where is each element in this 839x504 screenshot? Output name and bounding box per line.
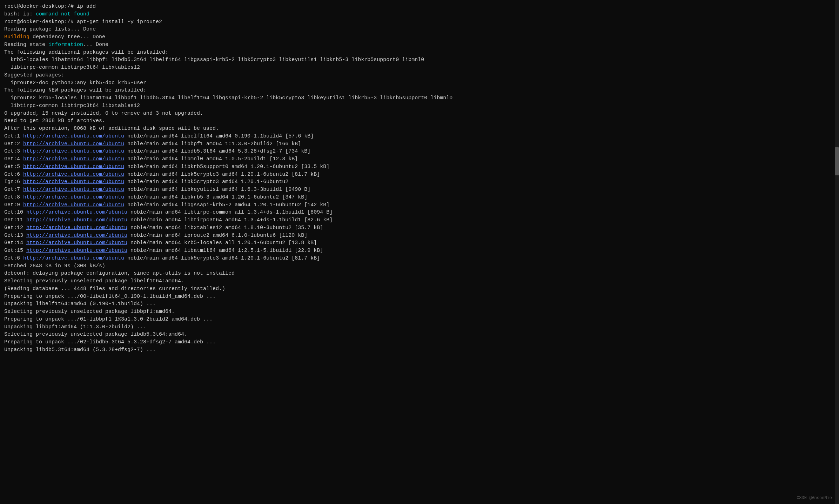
terminal-line: Selecting previously unselected package … <box>4 331 835 338</box>
terminal-line: (Reading database ... 4448 files and dir… <box>4 285 835 293</box>
terminal-line: Get:13 http://archive.ubuntu.com/ubuntu … <box>4 232 835 240</box>
terminal-line: root@docker-desktop:/# ip add <box>4 3 835 11</box>
terminal-line: Get:1 http://archive.ubuntu.com/ubuntu n… <box>4 133 835 140</box>
terminal-line: Get:5 http://archive.ubuntu.com/ubuntu n… <box>4 163 835 171</box>
terminal-line: Get:15 http://archive.ubuntu.com/ubuntu … <box>4 247 835 255</box>
watermark: CSDN @AnsonNie <box>797 495 832 501</box>
terminal-line: Get:6 http://archive.ubuntu.com/ubuntu n… <box>4 255 835 262</box>
terminal-line: Get:4 http://archive.ubuntu.com/ubuntu n… <box>4 155 835 163</box>
terminal-line: Reading state information... Done <box>4 41 835 49</box>
terminal-line: Ign:6 http://archive.ubuntu.com/ubuntu n… <box>4 178 835 186</box>
terminal-line: Get:11 http://archive.ubuntu.com/ubuntu … <box>4 216 835 224</box>
terminal-line: libtirpc-common libtirpc3t64 libxtables1… <box>4 102 835 110</box>
terminal-line: The following additional packages will b… <box>4 49 835 56</box>
terminal-line: Unpacking libelf1t64:amd64 (0.190-1.1bui… <box>4 300 835 308</box>
terminal-line: Preparing to unpack .../01-libbpf1_1%3a1… <box>4 316 835 323</box>
terminal-line: Get:8 http://archive.ubuntu.com/ubuntu n… <box>4 194 835 201</box>
terminal-line: Get:3 http://archive.ubuntu.com/ubuntu n… <box>4 148 835 155</box>
terminal-line: iproute2-doc python3:any krb5-doc krb5-u… <box>4 79 835 87</box>
terminal-line: Selecting previously unselected package … <box>4 277 835 285</box>
terminal-line: Get:6 http://archive.ubuntu.com/ubuntu n… <box>4 171 835 179</box>
terminal-line: Get:7 http://archive.ubuntu.com/ubuntu n… <box>4 186 835 194</box>
terminal-line: debconf: delaying package configuration,… <box>4 270 835 277</box>
terminal-line: After this operation, 8068 kB of additio… <box>4 125 835 133</box>
terminal-line: Get:10 http://archive.ubuntu.com/ubuntu … <box>4 209 835 216</box>
terminal-line: Reading package lists... Done <box>4 26 835 33</box>
scrollbar[interactable] <box>835 0 839 504</box>
terminal-line: bash: ip: command not found <box>4 11 835 18</box>
terminal-line: iproute2 krb5-locales libatm1t64 libbpf1… <box>4 94 835 102</box>
terminal-line: Selecting previously unselected package … <box>4 308 835 316</box>
terminal-line: Preparing to unpack .../02-libdb5.3t64_5… <box>4 338 835 346</box>
scrollbar-thumb[interactable] <box>835 147 839 175</box>
terminal-line: Get:14 http://archive.ubuntu.com/ubuntu … <box>4 239 835 247</box>
terminal-line: Fetched 2848 kB in 9s (308 kB/s) <box>4 262 835 270</box>
terminal-output: root@docker-desktop:/# ip addbash: ip: c… <box>0 0 839 357</box>
terminal-line: libtirpc-common libtirpc3t64 libxtables1… <box>4 64 835 72</box>
terminal-line: root@docker-desktop:/# apt-get install -… <box>4 18 835 26</box>
terminal-line: Building dependency tree... Done <box>4 33 835 41</box>
terminal-line: krb5-locales libatm1t64 libbpf1 libdb5.3… <box>4 56 835 64</box>
terminal-line: Get:12 http://archive.ubuntu.com/ubuntu … <box>4 224 835 232</box>
terminal-line: 0 upgraded, 15 newly installed, 0 to rem… <box>4 110 835 117</box>
terminal-line: Unpacking libdb5.3t64:amd64 (5.3.28+dfsg… <box>4 346 835 354</box>
terminal-line: Preparing to unpack .../00-libelf1t64_0.… <box>4 293 835 301</box>
terminal-line: Unpacking libbpf1:amd64 (1:1.3.0-2build2… <box>4 323 835 331</box>
terminal-line: Need to get 2868 kB of archives. <box>4 117 835 125</box>
terminal-line: Get:2 http://archive.ubuntu.com/ubuntu n… <box>4 140 835 148</box>
terminal-line: Suggested packages: <box>4 72 835 79</box>
terminal-line: The following NEW packages will be insta… <box>4 87 835 94</box>
terminal-line: Get:9 http://archive.ubuntu.com/ubuntu n… <box>4 201 835 209</box>
